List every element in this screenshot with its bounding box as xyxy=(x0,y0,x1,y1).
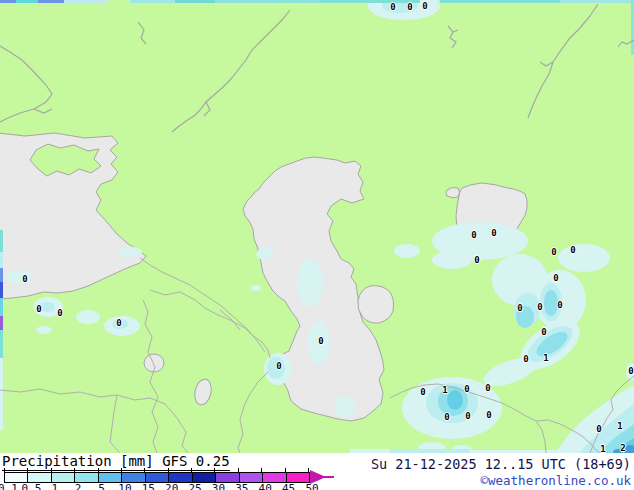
colorbar-cell xyxy=(5,473,27,482)
precip-value-label: 0 xyxy=(464,385,469,394)
colorbar-cell xyxy=(74,473,97,482)
precip-value-label: 0 xyxy=(116,319,121,328)
colorbar-tick xyxy=(4,468,5,472)
precip-value-label: 0 xyxy=(486,411,491,420)
legend-bar: Precipitation [mm] GFS 0.25 0.10.5125101… xyxy=(0,453,634,490)
colorbar-tick xyxy=(168,468,169,472)
colorbar-cell xyxy=(239,473,262,482)
colorbar-scale-value: 10 xyxy=(118,482,131,490)
precip-value-label: 0 xyxy=(523,355,528,364)
colorbar-tick xyxy=(285,468,286,472)
precip-value-label: 0 xyxy=(471,231,476,240)
precip-value-label: 0 xyxy=(422,2,427,11)
aral-sea-nw-lobe xyxy=(446,187,460,197)
colorbar-tick xyxy=(238,468,239,472)
precip-value-label: 0 xyxy=(491,229,496,238)
precip-value-label: 0 xyxy=(596,425,601,434)
colorbar-tick xyxy=(27,468,28,472)
colorbar-cell xyxy=(168,473,191,482)
precip-value-label: 0 xyxy=(485,384,490,393)
colorbar-overflow-arrow-tail xyxy=(324,476,334,478)
colorbar-scale-value: 5 xyxy=(98,482,105,490)
colorbar-cell xyxy=(286,473,309,482)
left-edge-precip-strip xyxy=(0,230,3,430)
colorbar-scale-value: 0.1 xyxy=(0,482,18,490)
precip-value-label: 0 xyxy=(444,413,449,422)
map-area: 000000000000000000001010000001120 xyxy=(0,0,634,453)
colorbar-tick xyxy=(74,468,75,472)
weather-map-screenshot: 000000000000000000001010000001120 Precip… xyxy=(0,0,634,490)
colorbar-tick xyxy=(98,468,99,472)
map-graphic xyxy=(0,0,634,453)
precip-value-label: 0 xyxy=(318,337,323,346)
precip-value-label: 1 xyxy=(600,445,605,454)
precip-value-label: 1 xyxy=(543,354,548,363)
colorbar-tick xyxy=(261,468,262,472)
colorbar-cell xyxy=(51,473,74,482)
colorbar-scale-value: 20 xyxy=(165,482,178,490)
kara-bogaz-gol xyxy=(358,286,394,324)
colorbar-cell xyxy=(262,473,285,482)
precip-value-label: 0 xyxy=(22,275,27,284)
precip-value-label: 0 xyxy=(474,256,479,265)
colorbar-scale-value: 45 xyxy=(282,482,295,490)
precip-value-label: 0 xyxy=(628,367,633,376)
colorbar-cell xyxy=(145,473,168,482)
colorbar-cell xyxy=(215,473,238,482)
precip-value-label: 0 xyxy=(420,388,425,397)
colorbar-scale-value: 15 xyxy=(142,482,155,490)
rivers xyxy=(0,4,634,132)
valid-time: Su 21-12-2025 12..15 UTC (18+69) xyxy=(371,456,631,472)
colorbar-scale-value: 35 xyxy=(235,482,248,490)
precip-value-label: 1 xyxy=(442,386,447,395)
precip-value-label: 1 xyxy=(617,422,622,431)
precip-value-label: 0 xyxy=(553,274,558,283)
colorbar-scale-value: 40 xyxy=(259,482,272,490)
precip-value-label: 0 xyxy=(557,301,562,310)
colorbar-tick xyxy=(144,468,145,472)
precip-value-label: 0 xyxy=(465,412,470,421)
precip-value-label: 0 xyxy=(541,328,546,337)
precip-value-label: 2 xyxy=(620,444,625,453)
copyright: ©weatheronline.co.uk xyxy=(371,473,631,488)
colorbar-scale-value: 0.5 xyxy=(21,482,41,490)
colorbar-cell xyxy=(27,473,50,482)
precip-value-label: 0 xyxy=(570,246,575,255)
colorbar-scale-value: 2 xyxy=(75,482,82,490)
precip-value-label: 0 xyxy=(517,304,522,313)
lake-urmia xyxy=(192,378,213,407)
precip-value-label: 0 xyxy=(537,303,542,312)
precip-value-label: 0 xyxy=(551,248,556,257)
colorbar-scale-value: 1 xyxy=(51,482,58,490)
colorbar-cell xyxy=(192,473,215,482)
precip-value-label: 0 xyxy=(407,3,412,12)
colorbar-scale-value: 30 xyxy=(212,482,225,490)
legend-title: Precipitation [mm] GFS 0.25 xyxy=(2,453,230,471)
precip-value-label: 0 xyxy=(390,3,395,12)
colorbar-tick xyxy=(51,468,52,472)
colorbar-cell xyxy=(121,473,144,482)
precip-value-label: 0 xyxy=(276,362,281,371)
colorbar-cell xyxy=(98,473,121,482)
precip-value-label: 0 xyxy=(36,305,41,314)
colorbar-tick xyxy=(191,468,192,472)
colorbar-tick xyxy=(308,468,309,472)
colorbar-tick xyxy=(121,468,122,472)
colorbar-scale-value: 25 xyxy=(188,482,201,490)
colorbar-tick xyxy=(214,468,215,472)
top-edge-precip-strip xyxy=(0,0,634,3)
legend-right: Su 21-12-2025 12..15 UTC (18+69) ©weathe… xyxy=(371,456,631,488)
precip-value-label: 0 xyxy=(57,309,62,318)
